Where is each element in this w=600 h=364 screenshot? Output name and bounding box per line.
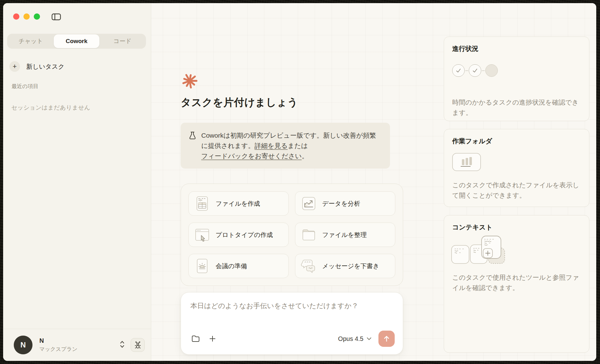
flask-icon: [189, 131, 196, 140]
context-card-description: このタスクで使用されたツールと参照ファイルを確認できます。: [452, 272, 581, 293]
working-folder-icon: [452, 153, 481, 172]
step-pending-icon: [485, 64, 498, 77]
create-file-button[interactable]: ファイルを作成: [188, 191, 289, 216]
progress-card: 進行状況 時間のかかるタスクの進捗状況を確認できます。: [444, 37, 589, 121]
minimize-window-button[interactable]: [23, 13, 30, 20]
draft-message-button[interactable]: メッセージを下書き: [295, 254, 395, 278]
step-done-icon: [469, 64, 481, 77]
notice-text: Coworkは初期の研究プレビュー版です。新しい改善が頻繁に提供されます。詳細を…: [201, 130, 382, 161]
working-folder-card: 作業フォルダ このタスクで作成されたファイルを表示して開くことができます。: [444, 129, 589, 207]
user-plan: マックスプラン: [39, 346, 119, 353]
model-selector[interactable]: Opus 4.5: [338, 335, 372, 342]
plus-icon: [209, 335, 216, 342]
progress-card-title: 進行状況: [452, 44, 581, 53]
user-account-area[interactable]: N N マックスプラン: [3, 329, 151, 361]
new-task-label: 新しいタスク: [26, 62, 64, 71]
prepare-meeting-icon: [194, 258, 210, 274]
folder-icon: [191, 335, 200, 342]
sidebar: チャット Cowork コード + 新しいタスク 最近の項目 セッションはまだあ…: [3, 3, 151, 361]
working-folder-card-description: このタスクで作成されたファイルを表示して開くことができます。: [452, 180, 581, 200]
attach-folder-button[interactable]: [190, 333, 201, 344]
draft-message-icon: [301, 258, 317, 274]
zoom-window-button[interactable]: [34, 13, 40, 20]
organize-files-button[interactable]: ファイルを整理: [295, 223, 395, 247]
traffic-lights: [13, 13, 40, 20]
center-column: タスクを片付けましょう Coworkは初期の研究プレビュー版です。新しい改善が頻…: [181, 72, 403, 355]
suggestions-grid: ファイルを作成 データを分析: [181, 184, 403, 286]
progress-card-description: 時間のかかるタスクの進捗状況を確認できます。: [452, 97, 581, 118]
learn-more-link[interactable]: 詳細を見る: [254, 142, 288, 149]
page-title: タスクを片付けましょう: [181, 96, 403, 110]
suggestion-label: メッセージを下書き: [322, 262, 379, 270]
mode-segmented-control: チャット Cowork コード: [7, 34, 146, 49]
right-panel: 進行状況 時間のかかるタスクの進捗状況を確認できます。 作業フォルダ: [444, 3, 589, 361]
new-task-button[interactable]: + 新しいタスク: [9, 61, 64, 72]
suggestion-label: ファイルを作成: [216, 199, 260, 208]
close-window-button[interactable]: [13, 13, 19, 20]
analyze-data-icon: [301, 196, 317, 211]
composer-toolbar: Opus 4.5: [190, 331, 395, 347]
suggestion-label: プロトタイプの作成: [216, 231, 273, 239]
model-name: Opus 4.5: [338, 335, 363, 342]
tab-code[interactable]: コード: [99, 34, 145, 48]
tab-chat[interactable]: チャット: [8, 34, 54, 48]
create-file-icon: [194, 196, 210, 211]
app-window: チャット Cowork コード + 新しいタスク 最近の項目 セッションはまだあ…: [3, 3, 596, 361]
composer-placeholder[interactable]: 本日はどのようなお手伝いをさせていただけますか？: [190, 301, 395, 311]
bug-icon: [134, 341, 142, 349]
avatar: N: [14, 336, 32, 354]
recent-items-heading: 最近の項目: [12, 83, 38, 90]
feedback-link[interactable]: フィードバックをお寄せください: [201, 152, 302, 160]
organize-files-icon: [301, 227, 317, 243]
create-prototype-button[interactable]: プロトタイプの作成: [188, 223, 289, 247]
tab-cowork[interactable]: Cowork: [54, 34, 100, 48]
chevron-down-icon: [367, 337, 372, 340]
step-done-icon: [452, 64, 465, 77]
add-attachment-button[interactable]: [207, 333, 218, 344]
suggestion-label: ファイルを整理: [322, 231, 367, 239]
user-meta: N マックスプラン: [39, 337, 119, 353]
progress-steps: [452, 64, 498, 77]
claude-asterisk-logo: [181, 72, 198, 89]
prepare-meeting-button[interactable]: 会議の準備: [188, 254, 289, 278]
suggestion-label: 会議の準備: [216, 262, 247, 270]
suggestion-label: データを分析: [322, 199, 360, 208]
debug-button[interactable]: [131, 338, 145, 352]
plus-icon: +: [9, 61, 20, 72]
analyze-data-button[interactable]: データを分析: [295, 191, 395, 216]
arrow-up-icon: [383, 335, 390, 342]
account-selector-chevrons-icon[interactable]: [119, 340, 125, 350]
sidebar-toggle-icon[interactable]: [52, 13, 61, 20]
empty-sessions-text: セッションはまだありません: [11, 104, 90, 112]
user-name: N: [39, 337, 119, 344]
research-preview-notice: Coworkは初期の研究プレビュー版です。新しい改善が頻繁に提供されます。詳細を…: [181, 123, 390, 169]
step-connector: [465, 71, 468, 71]
context-documents-icon: [451, 235, 507, 267]
create-prototype-icon: [194, 227, 210, 243]
main-area: タスクを片付けましょう Coworkは初期の研究プレビュー版です。新しい改善が頻…: [151, 3, 596, 361]
message-composer[interactable]: 本日はどのようなお手伝いをさせていただけますか？ Op: [181, 292, 403, 355]
send-button[interactable]: [378, 331, 395, 347]
context-card-title: コンテキスト: [452, 223, 581, 232]
step-connector: [482, 71, 485, 71]
working-folder-card-title: 作業フォルダ: [452, 137, 581, 145]
context-card: コンテキスト このタスクで使用されたツールと: [444, 215, 589, 353]
